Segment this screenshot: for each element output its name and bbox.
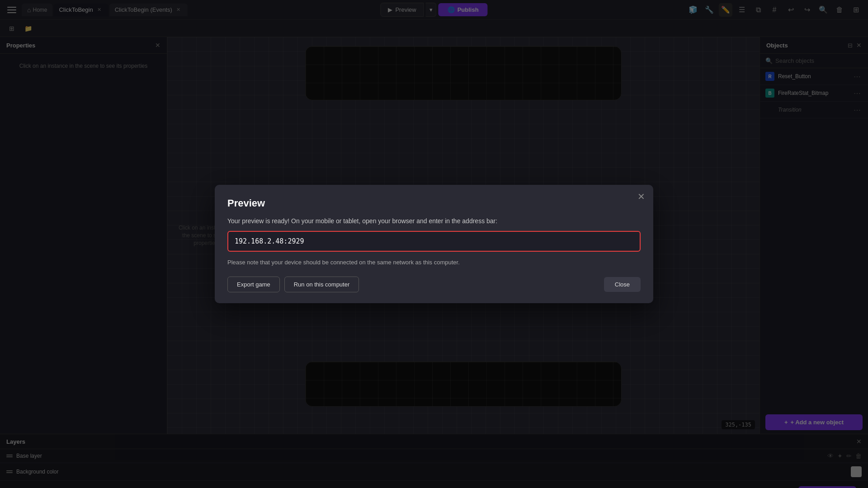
close-label: Close — [615, 281, 630, 288]
run-on-computer-button[interactable]: Run on this computer — [284, 277, 359, 292]
export-game-button[interactable]: Export game — [227, 277, 280, 292]
modal-note: Please note that your device should be c… — [227, 259, 641, 266]
modal-close-x[interactable]: ✕ — [637, 192, 645, 201]
export-label: Export game — [237, 281, 270, 288]
modal-ip-row — [227, 231, 641, 252]
modal-close-button[interactable]: Close — [604, 277, 641, 292]
preview-modal: ✕ Preview Your preview is ready! On your… — [215, 185, 653, 303]
run-label: Run on this computer — [294, 281, 350, 288]
modal-overlay: ✕ Preview Your preview is ready! On your… — [0, 0, 868, 488]
modal-description: Your preview is ready! On your mobile or… — [227, 217, 641, 225]
modal-title: Preview — [227, 197, 641, 209]
modal-ip-input[interactable] — [228, 232, 640, 251]
modal-btns-left: Export game Run on this computer — [227, 277, 359, 292]
modal-actions: Export game Run on this computer Close — [227, 277, 641, 292]
